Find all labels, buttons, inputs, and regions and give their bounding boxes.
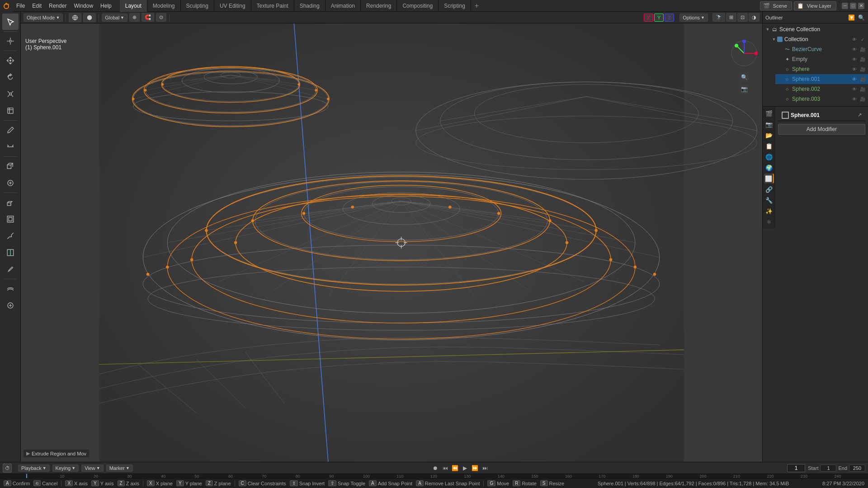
outliner-item-beziercurve[interactable]: 〜 BezierCurve 👁 🎥 [775, 44, 868, 54]
end-frame-input[interactable] [849, 465, 865, 472]
camera-btn[interactable]: 📷 [739, 84, 749, 94]
snap-btn[interactable]: 🧲 [142, 13, 154, 22]
axis-x-header-btn[interactable]: X [644, 14, 653, 22]
outliner-search-icon[interactable]: 🔍 [857, 14, 865, 22]
tool-cursor[interactable] [2, 33, 19, 49]
jump-end-btn[interactable]: ⏭ [481, 464, 490, 473]
collection-visibility-btn[interactable]: 👁 [851, 36, 858, 43]
tool-add-cube[interactable] [2, 158, 19, 174]
outliner-item-sphere002[interactable]: ○ Sphere.002 👁 🎥 [775, 84, 868, 94]
prop-particles-icon[interactable]: ✨ [764, 206, 774, 216]
outliner-filter-icon[interactable]: 🔽 [847, 14, 855, 22]
record-btn[interactable]: ⏺ [431, 464, 440, 473]
current-frame-input[interactable] [787, 464, 805, 472]
options-btn[interactable]: Options ▼ [679, 14, 708, 22]
sphere002-render-btn[interactable]: 🎥 [859, 85, 866, 93]
prop-output-icon[interactable]: 📂 [764, 130, 774, 140]
tab-uv-editing[interactable]: UV Editing [214, 0, 251, 12]
marker-btn[interactable]: Marker ▼ [106, 465, 133, 472]
sphere-render-btn[interactable]: 🎥 [859, 66, 866, 73]
tool-select[interactable] [2, 14, 19, 30]
tool-smooth[interactable] [2, 281, 19, 297]
beziercurve-render-btn[interactable]: 🎥 [859, 46, 866, 53]
outliner-item-sphere[interactable]: ○ Sphere 👁 🎥 [775, 64, 868, 74]
tool-scale[interactable] [2, 86, 19, 102]
viewport-mode-btn[interactable]: Object Mode ▼ [24, 14, 63, 22]
sphere001-visibility-btn[interactable]: 👁 [851, 75, 858, 83]
scene-btn[interactable]: 🎬 Scene [760, 1, 792, 10]
jump-start-btn[interactable]: ⏮ [441, 464, 450, 473]
global-transform-btn[interactable]: Global ▼ [102, 14, 127, 22]
tool-extrude[interactable] [2, 194, 19, 211]
collection-row[interactable]: ▼ Collection 👁 ✓ [769, 34, 868, 44]
viewport-shading-wireframe[interactable] [69, 13, 81, 22]
tool-knife[interactable] [2, 261, 19, 277]
add-workspace-btn[interactable]: + [471, 0, 482, 12]
empty-visibility-btn[interactable]: 👁 [851, 56, 858, 63]
tool-bevel[interactable] [2, 228, 19, 244]
sphere-visibility-btn[interactable]: 👁 [851, 66, 858, 73]
tool-inset[interactable] [2, 211, 19, 227]
scene-collection-expand[interactable]: ▼ [764, 27, 771, 32]
tool-transform[interactable] [2, 103, 19, 119]
view-btn[interactable]: View ▼ [81, 465, 104, 472]
minimize-btn[interactable]: ─ [842, 3, 848, 9]
collection-exclude-btn[interactable]: ✓ [859, 36, 866, 43]
tab-rendering[interactable]: Rendering [361, 0, 397, 12]
maximize-btn[interactable]: □ [850, 3, 856, 9]
viewport-shading-solid[interactable] [83, 13, 96, 22]
tool-move[interactable] [2, 52, 19, 69]
outliner-item-empty[interactable]: ✦ Empty 👁 🎥 [775, 54, 868, 64]
prop-world-icon[interactable]: 🌍 [764, 163, 774, 173]
playback-btn[interactable]: Playback ▼ [18, 465, 50, 472]
start-frame-input[interactable] [820, 465, 836, 472]
sphere003-render-btn[interactable]: 🎥 [859, 95, 866, 103]
nav-gizmo[interactable] [731, 40, 758, 67]
outliner-item-sphere003[interactable]: ○ Sphere.003 👁 🎥 [775, 94, 868, 104]
proportional-edit-btn[interactable]: ⊙ [156, 13, 166, 22]
menu-window[interactable]: Window [70, 0, 97, 12]
menu-help[interactable]: Help [97, 0, 115, 12]
axis-y-header-btn[interactable]: Y [654, 14, 664, 22]
prop-constraint-icon[interactable]: 🔗 [764, 184, 774, 194]
prop-render-icon[interactable]: 📷 [764, 119, 774, 129]
tab-sculpting[interactable]: Sculpting [181, 0, 214, 12]
tab-scripting[interactable]: Scripting [439, 0, 471, 12]
menu-file[interactable]: File [13, 0, 28, 12]
tab-shading[interactable]: Shading [294, 0, 326, 12]
step-forward-btn[interactable]: ⏩ [471, 464, 480, 473]
play-btn[interactable]: ▶ [461, 464, 470, 473]
sphere003-visibility-btn[interactable]: 👁 [851, 95, 858, 103]
prop-collapse-btn[interactable]: ↗ [858, 112, 862, 118]
tab-modeling[interactable]: Modeling [147, 0, 181, 12]
pivot-point-btn[interactable]: ⊕ [129, 13, 140, 22]
keying-btn[interactable]: Keying ▼ [52, 465, 79, 472]
prop-viewlayer-icon[interactable]: 📋 [764, 141, 774, 151]
viewport-xray-btn[interactable]: ⊡ [737, 13, 748, 22]
tool-add-object[interactable] [2, 175, 19, 191]
close-btn[interactable]: ✕ [858, 3, 864, 9]
tab-animation[interactable]: Animation [326, 0, 361, 12]
empty-render-btn[interactable]: 🎥 [859, 56, 866, 63]
collection-expand[interactable]: ▼ [771, 37, 777, 42]
timeline-numbers[interactable]: 10 20 30 40 50 60 70 80 90 100 110 120 1… [0, 474, 868, 478]
viewport-show-overlay-btn[interactable]: ⊞ [726, 13, 736, 22]
tool-loopcut[interactable] [2, 244, 19, 261]
sphere001-render-btn[interactable]: 🎥 [859, 75, 866, 83]
outliner-item-sphere001[interactable]: ○ Sphere.001 👁 🎥 [775, 74, 868, 84]
beziercurve-visibility-btn[interactable]: 👁 [851, 46, 858, 53]
timeline-track[interactable]: 10 20 30 40 50 60 70 80 90 100 110 120 1… [26, 474, 868, 478]
tab-compositing[interactable]: Compositing [397, 0, 439, 12]
prop-scene-icon[interactable]: 🎬 [764, 108, 774, 118]
view-layer-btn[interactable]: 📋 View Layer [794, 1, 836, 10]
menu-edit[interactable]: Edit [28, 0, 45, 12]
step-back-btn[interactable]: ⏪ [451, 464, 460, 473]
add-modifier-btn[interactable]: Add Modifier [778, 124, 865, 135]
prop-object-icon[interactable]: ⬜ [764, 174, 774, 183]
tool-rotate[interactable] [2, 69, 19, 85]
tab-layout[interactable]: Layout [120, 0, 147, 12]
zoom-btn[interactable]: 🔍 [739, 72, 749, 82]
timeline-mode-btn[interactable]: ⏱ [3, 464, 12, 473]
scene-collection-row[interactable]: ▼ 🗂 Scene Collection [763, 24, 868, 34]
menu-render[interactable]: Render [45, 0, 70, 12]
